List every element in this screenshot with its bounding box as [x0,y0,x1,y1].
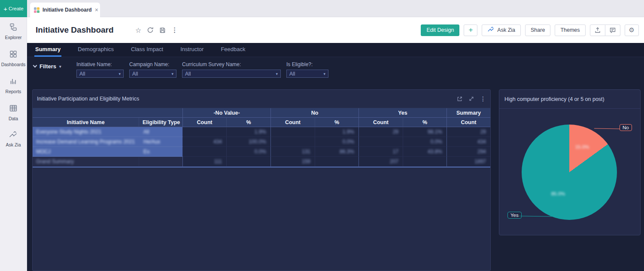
computer-proficiency-panel: High computer proficiency (4 or 5 on pos… [499,89,641,235]
close-icon[interactable]: × [95,7,98,13]
column-header[interactable]: % [227,118,271,127]
pie-data-label-no: 15.0% [575,144,589,149]
table-row[interactable]: Everyone Study Nights 2021 All 1.9% 1.9%… [33,127,490,137]
data-icon [9,104,18,114]
selected-value: All [185,71,191,77]
chevron-down-icon: ▾ [323,72,325,76]
group-header-cell [33,108,183,118]
pie-chart[interactable] [522,125,617,220]
table-row[interactable]: MOCJ Ev. 0.0% 131 86.3% 17 43.8% 294 [33,147,490,157]
filters-label: Filters [39,63,56,70]
cell-text: 1.9% [343,129,354,135]
filter-label: Initiative Name: [76,61,124,67]
tab-class-impact[interactable]: Class Impact [130,43,164,57]
sidebar-label: Ask Zia [6,142,21,147]
cell-text: 29 [480,129,486,135]
pie-data-label-yes: 85.0% [551,191,565,196]
dashboard-content: Summary Demographics Class Impact Instru… [27,43,644,271]
column-header[interactable]: Initiative Name [33,118,139,127]
tab-instructor[interactable]: Instructor [179,43,204,57]
chevron-down-icon: ▾ [118,72,121,76]
cell-text: 159 [302,158,310,164]
dashboard-header: Initiative Dashboard ☆ ⋮ Edit Design + A… [27,17,644,43]
cell-text: 98.1% [428,129,442,135]
tab-summary[interactable]: Summary [34,43,61,57]
tab-demographics[interactable]: Demographics [77,43,115,57]
panel-title: High computer proficiency (4 or 5 on pos… [504,96,605,102]
save-icon[interactable] [159,27,166,33]
cell-text: 294 [477,149,486,155]
cell-text: 0.0% [343,139,354,145]
sidebar-label: Data [9,116,18,121]
create-button[interactable]: + Create [0,0,27,17]
table-row[interactable]: Grand Summary 111 159 207 1897 [33,157,490,167]
cell-text: All [143,129,149,135]
filters-row: Initiative Name: All ▾ Campaign Name: Al… [76,61,328,78]
themes-button[interactable]: Themes [555,24,585,36]
column-header[interactable]: Eligibility Type [139,118,183,127]
cell-text: 1897 [474,158,486,164]
comments-button[interactable] [605,24,620,36]
ask-zia-button[interactable]: Ask Zia [482,24,521,36]
selected-value: All [289,71,295,77]
table-bottom-border [33,167,490,167]
explorer-icon [9,23,18,33]
more-options-icon[interactable]: ⋮ [171,26,178,34]
sidebar-item-reports[interactable]: Reports [6,77,21,94]
column-header[interactable]: Count [447,118,490,127]
export-button[interactable] [590,24,605,36]
column-header[interactable]: Count [183,118,227,127]
share-button[interactable]: Share [525,24,550,36]
pie-callout-no: No [620,124,632,131]
sidebar-item-dashboards[interactable]: Dashboards [1,50,26,67]
campaign-name-select[interactable]: All ▾ [129,70,176,78]
sidebar-item-explorer[interactable]: Explorer [5,23,21,40]
chevron-down-icon [33,64,37,68]
filters-toggle[interactable]: Filters ▾ [33,63,61,70]
reports-icon [9,77,18,87]
column-header[interactable]: Count [359,118,403,127]
left-sidebar: Explorer Dashboards Reports Data Ask Zia [0,17,27,271]
curriculum-survey-name-select[interactable]: All ▾ [182,70,281,78]
filter-label: Campaign Name: [129,61,176,67]
is-eligible-select[interactable]: All ▾ [286,70,328,78]
analytics-app: + Create Initiative Dashboard × Explorer… [0,0,644,271]
column-header[interactable]: Count [271,118,315,127]
cell-text: 29 [393,129,398,135]
expand-icon[interactable] [468,96,474,102]
selected-value: All [132,71,138,77]
table-column-header: Initiative Name Eligibility Type Count %… [33,118,490,127]
cell-text: 43.8% [428,149,442,155]
cell-text: 207 [390,158,398,164]
cell-text: 0.0% [431,139,442,145]
panel-header: High computer proficiency (4 or 5 on pos… [499,90,640,109]
settings-gear-icon[interactable]: ⚙ [625,24,639,36]
edit-design-button[interactable]: Edit Design [421,24,459,36]
favorite-star-icon[interactable]: ☆ [135,26,141,34]
panel-more-icon[interactable]: ⋮ [480,95,486,102]
page-title: Initiative Dashboard [36,25,114,35]
group-header-cell: -No Value- [183,108,271,118]
ask-zia-label: Ask Zia [497,27,515,33]
column-header[interactable]: % [403,118,447,127]
filter-initiative-name: Initiative Name: All ▾ [76,61,124,78]
caret-down-icon: ▾ [59,64,61,69]
refresh-icon[interactable] [147,27,154,33]
table-row[interactable]: Increase Demand Learning Programs 2021 H… [33,137,490,147]
column-header[interactable]: % [315,118,359,127]
tab-initiative-dashboard[interactable]: Initiative Dashboard × [30,3,100,17]
create-label: Create [9,6,24,11]
table-group-header: -No Value- No Yes Summary [33,108,490,118]
add-button[interactable]: + [464,24,477,36]
filter-label: Is Eligible?: [286,61,328,67]
sidebar-item-ask-zia[interactable]: Ask Zia [6,131,21,147]
group-header-cell: No [271,108,359,118]
sidebar-item-data[interactable]: Data [9,104,18,121]
open-in-new-icon[interactable] [456,96,463,102]
view-tabs: Summary Demographics Class Impact Instru… [27,43,644,57]
initiative-name-select[interactable]: All ▾ [76,70,124,78]
pie-callout-yes: Yes [507,212,522,219]
tab-feedback[interactable]: Feedback [220,43,246,57]
cell-text: Ev. [143,149,150,155]
panel-header: Initiative Participation and Eligibility… [33,90,490,108]
